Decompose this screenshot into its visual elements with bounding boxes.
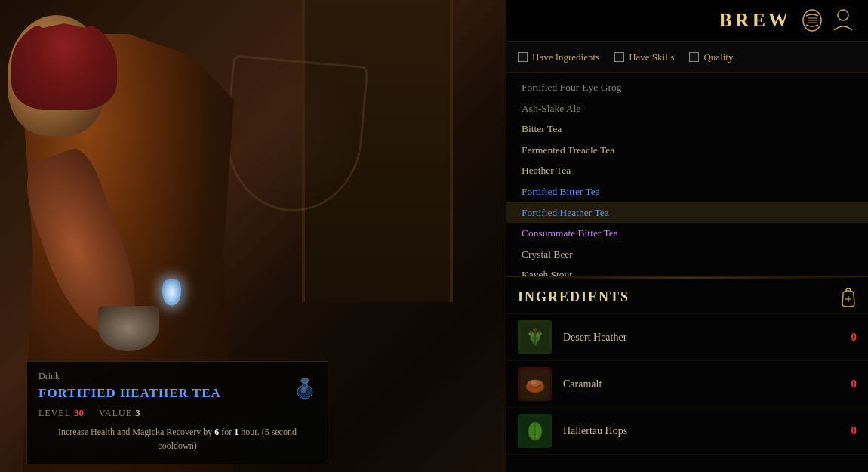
recipe-item-ash-slake-ale[interactable]: Ash-Slake Ale bbox=[506, 98, 868, 119]
right-panel: BREW Have Ingredients Have Skills Qualit bbox=[506, 0, 868, 472]
recipe-list[interactable]: Fortified Four-Eye GrogAsh-Slake AleBitt… bbox=[506, 73, 868, 277]
value-label: VALUE bbox=[99, 408, 132, 418]
recipe-item-kaveh-stout[interactable]: Kaveh Stout bbox=[506, 264, 868, 277]
ingredient-icon-desert-heather bbox=[518, 320, 552, 354]
quality-checkbox[interactable] bbox=[689, 52, 699, 62]
svg-point-19 bbox=[531, 380, 537, 384]
filter-quality[interactable]: Quality bbox=[689, 51, 733, 63]
ingredient-icon-caramalt bbox=[518, 367, 552, 401]
ingredient-name-hallertau-hops: Hallertau Hops bbox=[563, 425, 830, 437]
brew-header: BREW bbox=[506, 0, 868, 42]
have-ingredients-label: Have Ingredients bbox=[532, 51, 599, 63]
svg-point-9 bbox=[838, 10, 848, 20]
level-stat: LEVEL 30 bbox=[38, 406, 84, 419]
recipe-item-crystal-beer[interactable]: Crystal Beer bbox=[506, 244, 868, 265]
ingredients-container: Desert Heather0 Caramalt0 Hallertau Hops… bbox=[506, 314, 868, 455]
ingredient-count-desert-heather: 0 bbox=[842, 331, 857, 344]
have-skills-label: Have Skills bbox=[629, 51, 674, 63]
item-icon bbox=[294, 369, 316, 400]
recipe-item-fortified-heather-tea[interactable]: Fortified Heather Tea bbox=[506, 202, 868, 224]
value-stat: VALUE 3 bbox=[99, 406, 140, 419]
ingredients-title: INGREDIENTS bbox=[518, 289, 629, 305]
recipe-item-heather-tea[interactable]: Heather Tea bbox=[506, 160, 868, 181]
filter-bar: Have Ingredients Have Skills Quality bbox=[506, 42, 868, 73]
level-value: 30 bbox=[74, 407, 84, 418]
item-type: Drink bbox=[38, 371, 316, 382]
filter-have-skills[interactable]: Have Skills bbox=[614, 51, 674, 63]
ingredient-count-hallertau-hops: 0 bbox=[842, 424, 857, 437]
ingredient-row-hallertau-hops: Hallertau Hops0 bbox=[506, 408, 868, 455]
recipe-item-bitter-tea[interactable]: Bitter Tea bbox=[506, 119, 868, 140]
item-name: FORTIFIED HEATHER TEA bbox=[38, 386, 316, 401]
level-label: LEVEL bbox=[38, 408, 71, 418]
mortar-pestle bbox=[98, 306, 159, 351]
ingredient-row-desert-heather: Desert Heather0 bbox=[506, 314, 868, 361]
character-head bbox=[8, 15, 106, 136]
bag-icon bbox=[840, 286, 857, 307]
ingredient-name-caramalt: Caramalt bbox=[563, 378, 830, 390]
have-skills-checkbox[interactable] bbox=[614, 52, 624, 62]
quality-label: Quality bbox=[703, 51, 733, 63]
ingredients-section: INGREDIENTS Desert Heather0 Caramalt0 bbox=[506, 279, 868, 455]
value-value: 3 bbox=[135, 407, 140, 418]
svg-point-13 bbox=[533, 328, 537, 331]
glow-item bbox=[162, 279, 181, 306]
item-description: Increase Health and Magicka Recovery by … bbox=[38, 425, 316, 452]
scroll-icon bbox=[800, 8, 824, 32]
ingredient-row-caramalt: Caramalt0 bbox=[506, 361, 868, 408]
ingredient-icon-hallertau-hops bbox=[518, 414, 552, 448]
character-hair bbox=[11, 19, 117, 110]
recipe-item-fortified-bitter-tea[interactable]: Fortified Bitter Tea bbox=[506, 181, 868, 202]
ingredients-header: INGREDIENTS bbox=[506, 279, 868, 314]
svg-rect-3 bbox=[302, 378, 308, 381]
filter-have-ingredients[interactable]: Have Ingredients bbox=[518, 51, 599, 63]
item-stats: LEVEL 30 VALUE 3 bbox=[38, 406, 316, 419]
svg-point-4 bbox=[301, 387, 306, 393]
recipe-item-fortified-four-eye-grog[interactable]: Fortified Four-Eye Grog bbox=[506, 77, 868, 98]
ingredient-name-desert-heather: Desert Heather bbox=[563, 332, 830, 344]
item-tooltip: Drink FORTIFIED HEATHER TEA LEVEL 30 VAL… bbox=[26, 361, 328, 464]
character-icon bbox=[830, 8, 857, 34]
brew-title: BREW bbox=[719, 9, 791, 32]
recipe-item-fermented-treacle-tea[interactable]: Fermented Treacle Tea bbox=[506, 140, 868, 161]
recipe-item-consummate-bitter-tea[interactable]: Consummate Bitter Tea bbox=[506, 223, 868, 244]
have-ingredients-checkbox[interactable] bbox=[518, 52, 528, 62]
ingredient-count-caramalt: 0 bbox=[842, 378, 857, 390]
